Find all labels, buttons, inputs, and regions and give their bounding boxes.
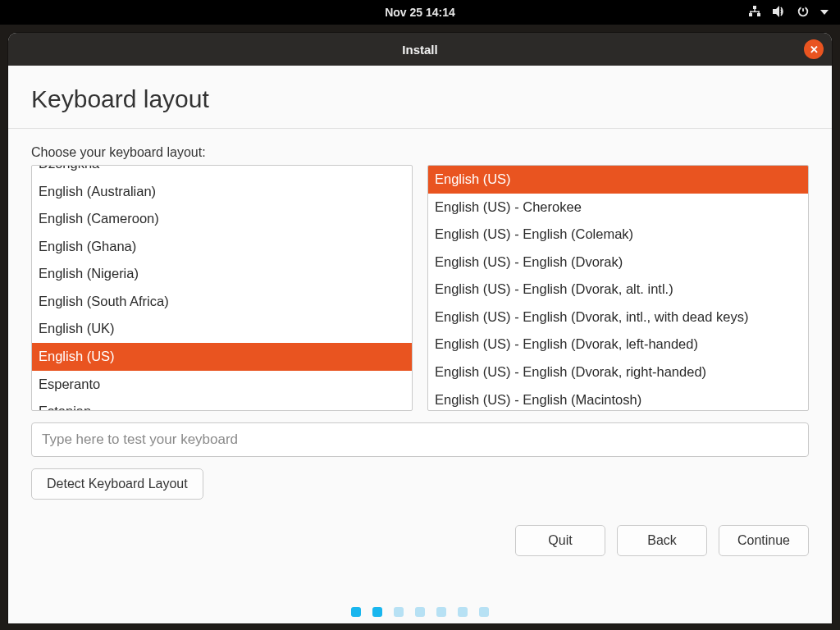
installer-window: Install ✕ Keyboard layout Choose your ke… (8, 33, 832, 623)
close-button[interactable]: ✕ (804, 39, 824, 59)
system-status-area[interactable] (748, 0, 829, 25)
progress-dot (458, 607, 468, 617)
svg-rect-5 (750, 11, 751, 13)
nav-buttons: Quit Back Continue (515, 525, 809, 556)
layout-item[interactable]: English (UK) (32, 315, 412, 343)
variant-listbox[interactable]: English (US)English (US) - CherokeeEngli… (427, 165, 809, 411)
svg-rect-0 (753, 6, 756, 9)
quit-button[interactable]: Quit (515, 525, 605, 556)
variant-item[interactable]: English (US) - English (Dvorak, left-han… (428, 331, 808, 358)
installer-content: Keyboard layout Choose your keyboard lay… (8, 66, 832, 500)
layout-item[interactable]: Estonian (32, 398, 412, 411)
layout-item[interactable]: Esperanto (32, 371, 412, 399)
volume-icon[interactable] (773, 6, 786, 20)
svg-marker-11 (820, 10, 829, 15)
back-button[interactable]: Back (617, 525, 707, 556)
variant-item[interactable]: English (US) (428, 166, 808, 194)
layout-item[interactable]: English (South Africa) (32, 288, 412, 316)
variant-item[interactable]: English (US) - English (Dvorak, alt. int… (428, 276, 808, 304)
variant-item[interactable]: English (US) - English (Dvorak, intl., w… (428, 304, 808, 331)
page-title: Keyboard layout (31, 85, 809, 113)
progress-dot (415, 607, 425, 617)
progress-dot (436, 607, 446, 617)
close-icon: ✕ (810, 44, 819, 55)
variant-item[interactable]: English (US) - Cherokee (428, 194, 808, 221)
layout-listbox[interactable]: DzongkhaEnglish (Australian)English (Cam… (31, 165, 413, 411)
window-titlebar: Install ✕ (8, 33, 832, 66)
divider (8, 128, 832, 129)
variant-item[interactable]: English (US) - English (Dvorak) (428, 249, 808, 276)
progress-dots (8, 607, 832, 617)
power-icon[interactable] (797, 6, 809, 20)
detect-keyboard-button[interactable]: Detect Keyboard Layout (31, 468, 203, 500)
variant-item[interactable]: English (US) - English (Macintosh) (428, 386, 808, 412)
clock[interactable]: Nov 25 14:14 (385, 6, 455, 19)
svg-rect-2 (757, 13, 760, 16)
progress-dot (372, 607, 382, 617)
progress-dot (394, 607, 404, 617)
layout-item[interactable]: English (US) (32, 343, 412, 371)
continue-button[interactable]: Continue (719, 525, 809, 556)
layout-lists: DzongkhaEnglish (Australian)English (Cam… (31, 165, 809, 411)
svg-rect-1 (749, 13, 752, 16)
layout-item[interactable]: English (Cameroon) (32, 205, 412, 233)
svg-rect-6 (758, 11, 759, 13)
layout-item[interactable]: English (Australian) (32, 178, 412, 206)
svg-marker-7 (773, 6, 779, 17)
svg-rect-10 (801, 6, 806, 8)
chevron-down-icon[interactable] (820, 6, 829, 19)
progress-dot (351, 607, 361, 617)
svg-rect-4 (750, 11, 759, 11)
keyboard-layout-prompt: Choose your keyboard layout: (31, 145, 809, 160)
network-icon[interactable] (748, 6, 761, 20)
layout-item[interactable]: Dzongkha (32, 165, 412, 178)
window-title: Install (402, 43, 437, 57)
keyboard-test-input[interactable] (31, 422, 809, 457)
progress-dot (479, 607, 489, 617)
variant-item[interactable]: English (US) - English (Dvorak, right-ha… (428, 358, 808, 386)
variant-item[interactable]: English (US) - English (Colemak) (428, 221, 808, 249)
layout-item[interactable]: English (Nigeria) (32, 260, 412, 288)
gnome-topbar: Nov 25 14:14 (0, 0, 840, 25)
layout-item[interactable]: English (Ghana) (32, 233, 412, 261)
